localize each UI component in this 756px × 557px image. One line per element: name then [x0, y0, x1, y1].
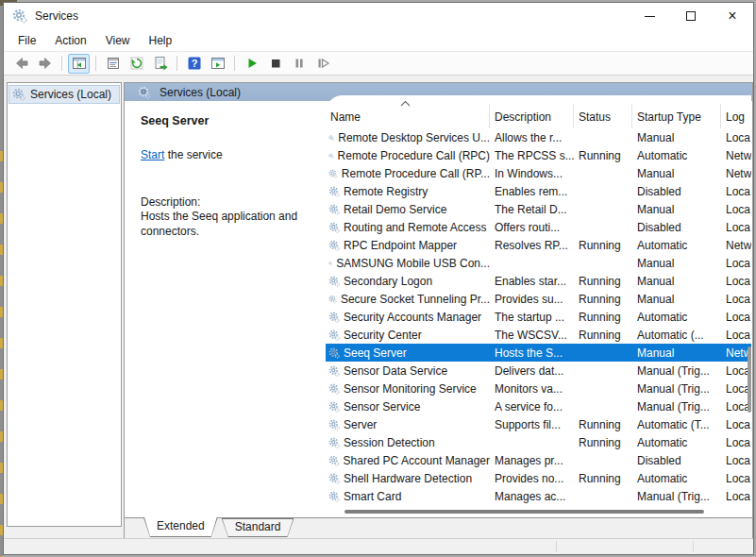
start-service-link[interactable]: Start [141, 148, 164, 161]
minimize-button[interactable] [629, 3, 670, 29]
service-row[interactable]: RPC Endpoint MapperResolves RP...Running… [326, 236, 751, 254]
tab-extended-label: Extended [143, 517, 218, 535]
service-log-on-as-cell: Loca [721, 436, 751, 449]
service-description-cell: The startup ... [490, 311, 574, 324]
service-row[interactable]: Remote RegistryEnables rem...DisabledLoc… [326, 182, 751, 200]
service-name-cell: Shared PC Account Manager [326, 454, 490, 467]
description-label: Description: [141, 195, 316, 209]
show-action-pane-button[interactable] [207, 54, 228, 74]
service-row[interactable]: ServerSupports fil...RunningAutomatic (T… [326, 415, 751, 433]
back-button[interactable] [10, 54, 32, 74]
selected-service-title: Seeq Server [141, 114, 316, 127]
service-name: Retail Demo Service [344, 203, 446, 216]
horizontal-scrollbar-thumb[interactable] [344, 510, 704, 514]
service-gear-icon [328, 383, 340, 395]
column-header-status[interactable]: Status [574, 104, 632, 128]
refresh-button[interactable] [126, 54, 147, 74]
help-icon: ? [187, 56, 202, 71]
close-button[interactable]: × [712, 3, 753, 29]
show-console-tree-button[interactable] [68, 54, 90, 74]
service-startup-type-cell: Disabled [632, 221, 721, 234]
vertical-scrollbar-thumb[interactable] [748, 346, 751, 413]
menu-view[interactable]: View [96, 31, 140, 50]
service-name: Secondary Logon [344, 275, 432, 288]
service-startup-type-cell: Automatic (T... [632, 418, 721, 431]
service-row[interactable]: Routing and Remote AccessOffers routi...… [326, 218, 751, 236]
service-description-cell: The WSCSV... [490, 329, 574, 342]
restart-service-button[interactable] [311, 54, 333, 74]
service-name-cell: Remote Desktop Services U... [326, 131, 490, 144]
service-row[interactable]: Security Accounts ManagerThe startup ...… [326, 308, 751, 326]
service-row[interactable]: Remote Procedure Call (RPC)The RPCSS s..… [326, 146, 751, 164]
service-row[interactable]: Sensor Monitoring ServiceMonitors va...M… [326, 380, 751, 397]
service-row[interactable]: Sensor Data ServiceDelivers dat...Manual… [326, 362, 751, 380]
service-name: Seeq Server [344, 346, 407, 360]
tree-item-services-local[interactable]: Services (Local) [8, 85, 120, 104]
tab-standard-label: Standard [222, 518, 294, 536]
service-row[interactable]: Seeq ServerHosts the S...ManualNetw [326, 344, 751, 362]
service-startup-type-cell: Automatic [632, 149, 721, 162]
menu-action[interactable]: Action [45, 31, 95, 50]
service-row[interactable]: Retail Demo ServiceThe Retail D...Manual… [326, 200, 751, 218]
service-name-cell: Security Accounts Manager [326, 311, 490, 324]
service-log-on-as-cell: Loca [721, 203, 751, 216]
column-header-description[interactable]: Description [490, 104, 574, 128]
service-name-cell: Shell Hardware Detection [326, 472, 490, 485]
help-button[interactable]: ? [183, 54, 205, 74]
service-row[interactable]: Remote Procedure Call (RP...In Windows..… [326, 164, 751, 182]
properties-button[interactable] [102, 54, 124, 74]
service-name: Sensor Service [344, 400, 420, 414]
maximize-button[interactable] [670, 3, 712, 29]
service-row[interactable]: Shell Hardware DetectionProvides no...Ru… [326, 469, 751, 487]
service-status-cell: Running [574, 418, 632, 431]
service-action-suffix: the service [164, 148, 222, 161]
column-header-name[interactable]: Name [326, 104, 490, 128]
services-view-panel: Services (Local) Seeq Server Start the s… [124, 82, 753, 539]
service-row[interactable]: Smart CardManages ac...Manual (Trig...Lo… [326, 487, 751, 505]
service-log-on-as-cell: Loca [721, 275, 751, 288]
service-gear-icon [328, 491, 340, 502]
column-header-startup-type[interactable]: Startup Type [632, 104, 721, 128]
service-row[interactable]: SAMSUNG Mobile USB Con...ManualLoca [326, 254, 751, 272]
stop-service-button[interactable] [264, 54, 286, 74]
service-description-cell: Manages ac... [490, 490, 574, 503]
column-header-log-on-as[interactable]: Log [721, 104, 751, 128]
service-name-cell: Seeq Server [326, 346, 490, 360]
service-name-cell: SAMSUNG Mobile USB Con... [326, 257, 490, 270]
tab-extended[interactable]: Extended [143, 517, 218, 537]
service-startup-type-cell: Manual (Trig... [632, 364, 721, 378]
export-list-button[interactable] [149, 54, 171, 74]
service-gear-icon [328, 258, 332, 269]
service-name: Security Center [344, 329, 422, 342]
service-row[interactable]: Security CenterThe WSCSV...RunningAutoma… [326, 326, 751, 344]
pause-service-button[interactable] [288, 54, 310, 74]
service-gear-icon [328, 419, 340, 430]
service-gear-icon [328, 365, 340, 377]
menu-file[interactable]: File [8, 31, 45, 50]
service-name: Remote Procedure Call (RPC) [338, 149, 490, 162]
service-gear-icon [328, 222, 340, 233]
tab-standard[interactable]: Standard [222, 518, 294, 537]
forward-button[interactable] [34, 54, 56, 74]
service-row[interactable]: Session DetectionRunningAutomaticLoca [326, 433, 751, 451]
title-bar[interactable]: Services × [4, 3, 753, 29]
status-bar-separator [556, 541, 557, 552]
service-status-cell: Running [574, 436, 632, 449]
service-row[interactable]: Sensor ServiceA service fo...Manual (Tri… [326, 397, 751, 415]
service-row[interactable]: Shared PC Account ManagerManages pr...Di… [326, 451, 751, 469]
service-log-on-as-cell: Netw [721, 167, 751, 180]
back-icon [14, 56, 29, 71]
service-table-body: Remote Desktop Services U...Allows the r… [326, 128, 751, 505]
service-startup-type-cell: Manual [632, 346, 721, 360]
menu-help[interactable]: Help [140, 31, 182, 50]
window-title: Services [35, 9, 78, 23]
service-startup-type-cell: Manual [632, 167, 721, 180]
service-gear-icon [328, 329, 340, 341]
service-name-cell: Server [326, 418, 490, 431]
service-row[interactable]: Secondary LogonEnables star...RunningMan… [326, 272, 751, 290]
service-name-cell: Sensor Data Service [326, 364, 490, 378]
service-name: Shell Hardware Detection [344, 472, 472, 485]
service-row[interactable]: Secure Socket Tunneling Pr...Provides su… [326, 290, 751, 308]
start-service-button[interactable] [241, 54, 262, 74]
service-row[interactable]: Remote Desktop Services U...Allows the r… [326, 128, 751, 146]
